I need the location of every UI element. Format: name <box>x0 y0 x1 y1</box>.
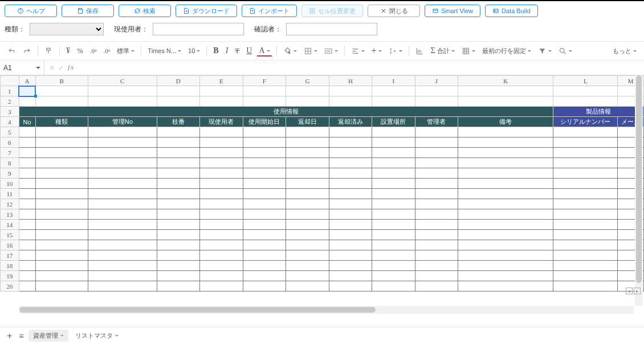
cell[interactable] <box>200 220 243 230</box>
cell[interactable] <box>19 199 35 209</box>
cell[interactable] <box>35 220 88 230</box>
align-button[interactable] <box>349 46 366 56</box>
cell[interactable] <box>35 127 88 137</box>
cell[interactable] <box>372 137 415 148</box>
rowcol-button[interactable] <box>387 46 404 56</box>
col-header[interactable]: K <box>458 76 553 86</box>
row-header[interactable]: 15 <box>1 230 19 240</box>
cell[interactable] <box>553 168 618 179</box>
cell[interactable] <box>35 261 88 271</box>
insert-button[interactable]: + <box>370 44 384 57</box>
tab-asset[interactable]: 資産管理 <box>28 330 68 342</box>
row-header[interactable]: 4 <box>1 117 19 127</box>
cell[interactable] <box>157 137 200 148</box>
cell[interactable] <box>157 281 200 292</box>
cell[interactable] <box>157 199 200 209</box>
cell[interactable] <box>88 220 157 230</box>
cell[interactable] <box>200 250 243 261</box>
col-subheader[interactable]: 種類 <box>35 117 88 127</box>
cell[interactable] <box>458 271 553 281</box>
cell[interactable] <box>458 148 553 158</box>
cell[interactable] <box>372 209 415 220</box>
cell[interactable] <box>157 230 200 240</box>
nav-left-button[interactable]: ◂ <box>626 288 633 294</box>
cell[interactable] <box>35 199 88 209</box>
cell[interactable] <box>19 240 35 250</box>
cell[interactable] <box>88 240 157 250</box>
row-header[interactable]: 14 <box>1 220 19 230</box>
cell[interactable] <box>415 127 458 137</box>
cell[interactable] <box>415 168 458 179</box>
cell[interactable] <box>553 240 618 250</box>
cell[interactable] <box>286 261 329 271</box>
cell[interactable] <box>458 281 553 292</box>
cell[interactable] <box>329 240 372 250</box>
col-header[interactable]: F <box>243 76 286 86</box>
cell[interactable] <box>200 271 243 281</box>
col-subheader[interactable]: No <box>19 117 35 127</box>
cell[interactable] <box>415 86 458 96</box>
horizontal-scrollbar[interactable] <box>19 306 634 314</box>
search-tb-button[interactable] <box>557 46 574 56</box>
row-header[interactable]: 9 <box>1 168 19 179</box>
smartview-button[interactable]: Smart View <box>425 5 480 17</box>
cell[interactable] <box>286 86 329 96</box>
cell[interactable] <box>329 179 372 189</box>
currency-button[interactable]: ¥ <box>64 45 72 56</box>
cell[interactable] <box>415 209 458 220</box>
filter-button[interactable] <box>536 46 553 56</box>
cell[interactable] <box>329 250 372 261</box>
cell[interactable] <box>286 271 329 281</box>
cell[interactable] <box>286 127 329 137</box>
cell-name-box[interactable]: A1 <box>0 60 44 75</box>
confirm-input[interactable] <box>286 23 377 35</box>
row-header[interactable]: 12 <box>1 199 19 209</box>
cell[interactable] <box>243 168 286 179</box>
cell[interactable] <box>200 179 243 189</box>
cell[interactable] <box>372 189 415 199</box>
cell[interactable] <box>329 86 372 96</box>
cell[interactable] <box>329 220 372 230</box>
cell[interactable] <box>329 189 372 199</box>
format-painter-button[interactable] <box>43 46 55 56</box>
cell[interactable] <box>243 148 286 158</box>
cell[interactable] <box>553 127 618 137</box>
cell[interactable] <box>286 168 329 179</box>
row-header[interactable]: 10 <box>1 179 19 189</box>
cell[interactable] <box>329 148 372 158</box>
cell[interactable] <box>200 158 243 168</box>
col-header[interactable]: D <box>157 76 200 86</box>
cell[interactable] <box>329 199 372 209</box>
cell[interactable] <box>88 148 157 158</box>
cell[interactable] <box>157 127 200 137</box>
cell[interactable] <box>200 199 243 209</box>
cell[interactable] <box>458 220 553 230</box>
cell[interactable] <box>415 230 458 240</box>
cell[interactable] <box>372 158 415 168</box>
col-subheader[interactable]: 枝番 <box>157 117 200 127</box>
cell[interactable] <box>458 168 553 179</box>
cell[interactable] <box>553 137 618 148</box>
cell[interactable] <box>157 240 200 250</box>
vertical-scrollbar[interactable] <box>635 75 643 306</box>
type-select[interactable] <box>30 23 104 35</box>
cell[interactable] <box>88 179 157 189</box>
cancel-fx-icon[interactable]: ✕ <box>49 64 55 72</box>
cell[interactable] <box>35 240 88 250</box>
cell[interactable] <box>157 261 200 271</box>
font-select[interactable]: Times N... <box>146 46 183 55</box>
cell[interactable] <box>286 250 329 261</box>
cell[interactable] <box>458 127 553 137</box>
cell[interactable] <box>286 189 329 199</box>
row-header[interactable]: 19 <box>1 271 19 281</box>
row-header[interactable]: 2 <box>1 96 19 107</box>
cell[interactable] <box>157 189 200 199</box>
cell[interactable] <box>458 137 553 148</box>
cell[interactable] <box>329 137 372 148</box>
cell[interactable] <box>329 281 372 292</box>
sum-button[interactable]: Σ 合計 <box>429 45 456 56</box>
cell[interactable] <box>35 148 88 158</box>
cell[interactable] <box>458 86 553 96</box>
cell[interactable] <box>415 271 458 281</box>
row-header[interactable]: 1 <box>1 86 19 96</box>
